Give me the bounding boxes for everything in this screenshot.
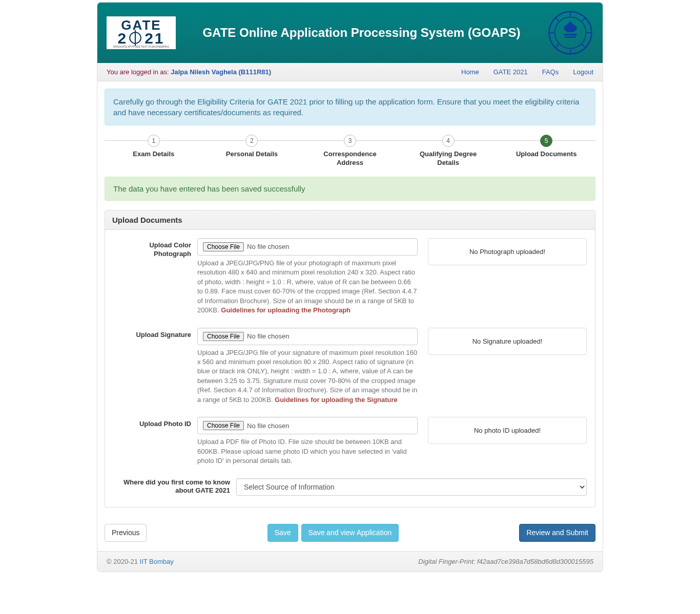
step-4[interactable]: 4 Qualifying DegreeDetails [399,135,498,167]
success-alert: The data you have entered has been saved… [105,177,595,201]
row-photograph: Upload Color Photograph Choose File No f… [113,238,587,315]
upload-panel: Upload Documents Upload Color Photograph… [105,210,595,507]
nav-faqs[interactable]: FAQs [542,68,559,76]
ohm-icon: ⏀ [128,30,145,47]
footer: © 2020-21 IIT Bombay Digital Finger-Prin… [97,551,603,571]
page-title: GATE Online Application Processing Syste… [176,25,547,41]
preview-photoid: No photo ID uploaded! [428,417,587,444]
logged-in-text: You are logged in as: Jalpa Nilesh Vaghe… [107,68,271,76]
nav-logout[interactable]: Logout [573,68,593,76]
choose-file-signature[interactable]: Choose File [203,332,244,341]
row-signature: Upload Signature Choose File No file cho… [113,328,587,405]
file-input-signature[interactable]: Choose File No file chosen [197,328,418,345]
guidelines-photograph-link[interactable]: Guidelines for uploading the Photograph [221,306,351,314]
panel-title: Upload Documents [105,210,595,230]
choose-file-photoid[interactable]: Choose File [203,421,244,430]
save-button[interactable]: Save [267,524,298,542]
help-signature: Upload a JPEG/JPG file of your signature… [197,348,418,405]
iit-logo [547,10,593,56]
eligibility-link[interactable]: Eligibility Criteria for GATE 2021 [197,97,307,106]
file-input-photoid[interactable]: Choose File No file chosen [197,417,418,434]
step-1[interactable]: 1 Exam Details [105,135,203,167]
fingerprint: Digital Finger-Print: f42aad7ce398a7d58b… [418,558,593,565]
svg-point-0 [549,12,592,54]
login-nav-bar: You are logged in as: Jalpa Nilesh Vaghe… [97,63,603,81]
logged-in-user: Jalpa Nilesh Vaghela (B111R81) [171,68,271,76]
file-status-signature: No file chosen [247,332,289,340]
label-signature: Upload Signature [113,328,197,340]
logo-tagline: GRADUATE APTITUDE TEST IN ENGINEERING [112,45,171,48]
label-source: Where did you first come to know about G… [113,478,236,496]
choose-file-photograph[interactable]: Choose File [203,242,244,251]
preview-photograph: No Photograph uploaded! [428,238,587,265]
label-photograph: Upload Color Photograph [113,238,197,259]
nav-gate[interactable]: GATE 2021 [493,68,528,76]
guidelines-signature-link[interactable]: Guidelines for uploading the Signature [275,396,398,404]
eligibility-alert: Carefully go through the Eligibility Cri… [105,89,595,125]
step-2[interactable]: 2 Personal Details [203,135,301,167]
step-5[interactable]: 5 Upload Documents [497,135,595,167]
file-status-photograph: No file chosen [247,243,289,250]
file-input-photograph[interactable]: Choose File No file chosen [197,238,418,256]
source-select[interactable]: Select Source of Information [236,478,587,496]
steps-nav: 1 Exam Details 2 Personal Details 3 Corr… [105,135,595,167]
nav-links: Home GATE 2021 FAQs Logout [461,68,593,76]
help-photoid: Upload a PDF file of Photo ID. File size… [197,437,418,465]
header-band: GATE 2⏀21 GRADUATE APTITUDE TEST IN ENGI… [97,3,603,63]
step-3[interactable]: 3 CorrespondenceAddress [301,135,399,167]
label-photoid: Upload Photo ID [113,417,197,429]
row-source: Where did you first come to know about G… [113,478,587,496]
row-photoid: Upload Photo ID Choose File No file chos… [113,417,587,465]
gate-logo: GATE 2⏀21 GRADUATE APTITUDE TEST IN ENGI… [107,16,176,49]
file-status-photoid: No file chosen [247,422,289,430]
button-bar: Previous Save Save and view Application … [97,524,603,552]
nav-home[interactable]: Home [461,68,479,76]
footer-link[interactable]: IIT Bombay [140,558,174,565]
svg-rect-3 [564,34,577,36]
review-submit-button[interactable]: Review and Submit [519,524,595,542]
preview-signature: No Signature uploaded! [428,328,587,355]
logo-line2: 2⏀21 [112,31,171,45]
help-photograph: Upload a JPEG/JPG/PNG file of your photo… [197,259,418,315]
previous-button[interactable]: Previous [105,524,147,542]
save-view-button[interactable]: Save and view Application [301,524,399,542]
svg-rect-4 [565,36,576,38]
